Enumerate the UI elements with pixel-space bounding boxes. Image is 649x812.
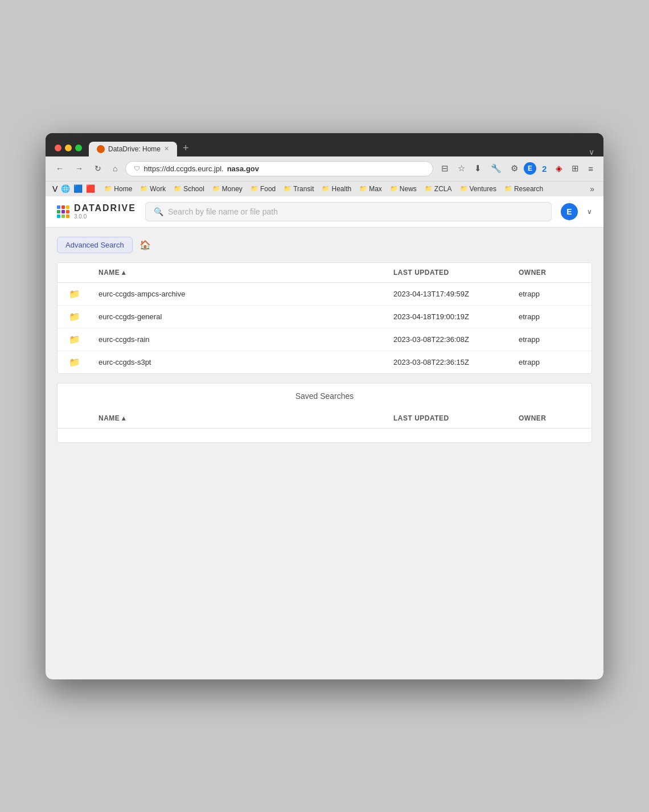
app-name-container: DATADRIVE 3.0.0	[74, 203, 136, 220]
minimize-button[interactable]	[65, 145, 72, 151]
user-initial: E	[566, 207, 572, 216]
url-bold: nasa.gov	[227, 164, 259, 173]
lock-icon: 🛡	[134, 165, 140, 172]
forward-button[interactable]: →	[72, 162, 87, 175]
advanced-search-button[interactable]: Advanced Search	[57, 237, 133, 253]
col-updated-header: LAST UPDATED	[387, 269, 512, 277]
bookmark-max[interactable]: 📁 Max	[356, 184, 385, 194]
table-row[interactable]: 📁 eurc-ccgds-general 2023-04-18T19:00:19…	[57, 306, 592, 328]
bookmark-health-label: Health	[331, 185, 351, 193]
folder-icon: 📁	[460, 185, 468, 192]
logo-dot-7	[57, 215, 60, 218]
saved-searches-table-header: NAME ▴ LAST UPDATED OWNER	[57, 409, 592, 428]
bookmark-transit-label: Transit	[293, 185, 314, 193]
avatar-chevron-icon[interactable]: ∨	[587, 208, 592, 216]
sync-icon[interactable]: 2	[539, 162, 550, 176]
table-row[interactable]: 📁 eurc-ccgds-rain 2023-03-08T22:36:08Z e…	[57, 328, 592, 351]
saved-col-name-header: NAME ▴	[92, 414, 387, 422]
reader-view-icon[interactable]: ⊟	[438, 161, 452, 176]
folder-icon: 📁	[174, 185, 182, 192]
folder-icon: 📁	[284, 185, 291, 192]
title-bar: DataDrive: Home ✕ + ∨	[46, 133, 603, 156]
app-content: DATADRIVE 3.0.0 🔍 Search by file name or…	[46, 196, 603, 679]
app-header: DATADRIVE 3.0.0 🔍 Search by file name or…	[46, 196, 603, 228]
extension-icon[interactable]: ◈	[552, 161, 566, 176]
row1-owner: etrapp	[512, 290, 592, 298]
saved-col-owner-header: OWNER	[512, 414, 592, 422]
bookmark-transit[interactable]: 📁 Transit	[280, 184, 317, 194]
saved-searches-section-title: Saved Searches	[57, 383, 592, 409]
tab-close-icon[interactable]: ✕	[164, 145, 169, 152]
row1-name: eurc-ccgds-ampcs-archive	[92, 290, 387, 298]
tabs-menu-icon[interactable]: ∨	[589, 147, 594, 156]
home-nav-button[interactable]: ⌂	[109, 162, 121, 175]
bookmark-money-label: Money	[222, 185, 243, 193]
bookmark-news[interactable]: 📁 News	[387, 184, 420, 194]
folder-icon: 📁	[69, 334, 80, 345]
search-icon: 🔍	[154, 207, 163, 216]
logo-dot-4	[57, 210, 60, 213]
table-row[interactable]: 📁 eurc-ccgds-s3pt 2023-03-08T22:36:15Z e…	[57, 351, 592, 373]
close-button[interactable]	[55, 145, 61, 151]
row2-owner: etrapp	[512, 312, 592, 321]
bookmark-health[interactable]: 📁 Health	[318, 184, 355, 194]
reload-button[interactable]: ↻	[91, 162, 105, 175]
bookmark-school-label: School	[183, 185, 204, 193]
bookmark-ventures[interactable]: 📁 Ventures	[457, 184, 500, 194]
bookmark-research[interactable]: 📁 Research	[501, 184, 547, 194]
col-owner-header: OWNER	[512, 269, 592, 277]
bookmark-food[interactable]: 📁 Food	[247, 184, 279, 194]
search-placeholder: Search by file name or file path	[168, 207, 278, 216]
bookmark-star-icon[interactable]: ☆	[454, 161, 469, 176]
saved-col-icon-header	[57, 414, 92, 422]
folder-icon: 📁	[359, 185, 367, 192]
row3-icon-cell: 📁	[57, 334, 92, 345]
bookmark-max-label: Max	[369, 185, 382, 193]
folder-icon: 📁	[69, 288, 80, 299]
col-icon-header	[57, 269, 92, 277]
bookmark-work-label: Work	[150, 185, 166, 193]
tab-title: DataDrive: Home	[108, 145, 161, 153]
bookmark-work[interactable]: 📁 Work	[137, 184, 169, 194]
logo-dot-2	[61, 205, 65, 209]
extensions-icon[interactable]: ⊞	[568, 161, 582, 176]
address-bar[interactable]: 🛡 https://dd.ccgds.eurc.jpl.nasa.gov	[125, 161, 433, 176]
bookmark-food-label: Food	[260, 185, 276, 193]
globe-icon: 🌐	[61, 184, 70, 193]
bookmark-money[interactable]: 📁 Money	[209, 184, 246, 194]
nav-icons: ⊟ ☆ ⬇ 🔧 ⚙ E 2 ◈ ⊞ ≡	[438, 161, 597, 176]
logo-dot-1	[57, 205, 60, 209]
home-icon-button[interactable]: 🏠	[137, 237, 153, 253]
logo-dot-6	[66, 210, 69, 213]
row4-owner: etrapp	[512, 358, 592, 366]
active-tab[interactable]: DataDrive: Home ✕	[89, 142, 177, 156]
bookmark-home[interactable]: 📁 Home	[101, 184, 135, 194]
row2-icon-cell: 📁	[57, 311, 92, 322]
user-avatar[interactable]: E	[561, 203, 578, 220]
app-search-bar[interactable]: 🔍 Search by file name or file path	[145, 202, 552, 221]
settings-icon[interactable]: ⚙	[507, 161, 521, 176]
bookmarks-more-icon[interactable]: »	[588, 183, 597, 195]
menu-icon[interactable]: ≡	[585, 162, 597, 176]
folder-icon: 📁	[425, 185, 433, 192]
back-button[interactable]: ←	[52, 162, 67, 175]
vivaldi-icon: V	[52, 184, 57, 193]
new-tab-button[interactable]: +	[178, 140, 194, 156]
maximize-button[interactable]	[75, 145, 82, 151]
download-icon[interactable]: ⬇	[471, 161, 485, 176]
row3-updated: 2023-03-08T22:36:08Z	[387, 335, 512, 344]
row4-icon-cell: 📁	[57, 357, 92, 368]
bookmark-zcla[interactable]: 📁 ZCLA	[421, 184, 455, 194]
bookmark-home-label: Home	[114, 185, 132, 193]
bookmark-zcla-label: ZCLA	[434, 185, 452, 193]
folders-table-header: NAME ▴ LAST UPDATED OWNER	[57, 263, 592, 283]
folder-icon: 📁	[69, 357, 80, 368]
folders-table: NAME ▴ LAST UPDATED OWNER 📁 eurc-ccgds-a…	[57, 262, 592, 374]
app-version: 3.0.0	[74, 213, 136, 220]
browser-profile-icon[interactable]: E	[524, 162, 536, 175]
table-row[interactable]: 📁 eurc-ccgds-ampcs-archive 2023-04-13T17…	[57, 283, 592, 306]
bookmark-news-label: News	[400, 185, 417, 193]
app-logo: DATADRIVE 3.0.0	[57, 203, 136, 220]
bookmark-school[interactable]: 📁 School	[170, 184, 208, 194]
tools-icon[interactable]: 🔧	[487, 161, 505, 176]
